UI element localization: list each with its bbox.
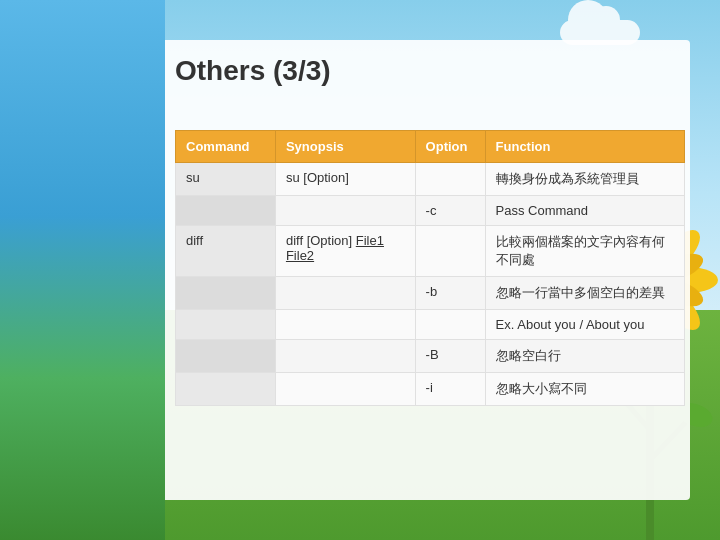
left-panel (0, 0, 165, 540)
slide-background (160, 40, 690, 500)
